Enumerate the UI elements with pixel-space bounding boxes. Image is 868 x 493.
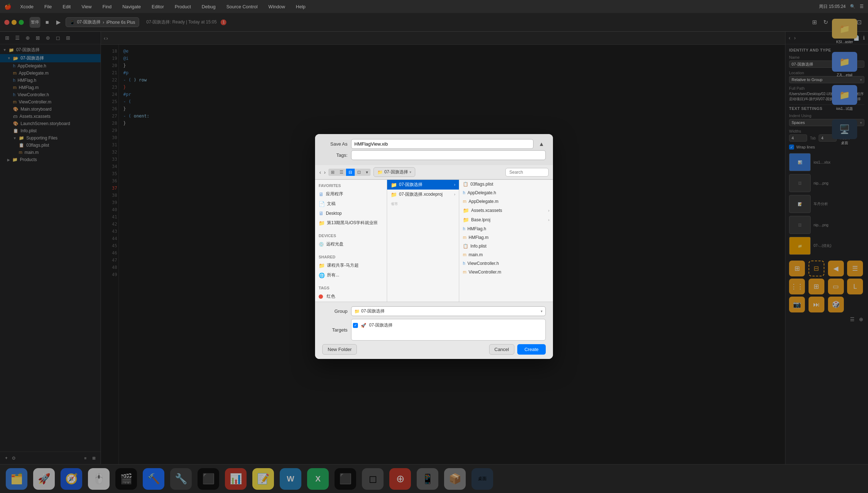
browser-back[interactable]: ‹ <box>319 169 321 175</box>
right-action-buttons: Cancel Create <box>489 344 546 355</box>
tags-header: Tags <box>315 284 387 292</box>
dialog-fields: Save As ▲ Tags: <box>322 139 546 161</box>
target-item-0: ✓ 🚀 07-国旗选择 <box>353 321 544 330</box>
target-name: 07-国旗选择 <box>369 322 393 328</box>
browser-level2: 📋 03flags.plist h AppDelegate.h m AppDel… <box>459 180 553 302</box>
dialog-footer: Group 📁 07-国旗选择 ▾ Targets ✓ 🚀 07-国旗选择 <box>315 302 553 359</box>
targets-row: Targets ✓ 🚀 07-国旗选择 <box>322 319 546 341</box>
l2-hmflag-m-icon: m <box>463 235 466 240</box>
group-label: Group <box>322 308 347 314</box>
l1-arrow-1: › <box>454 192 455 196</box>
l2-vc-h-icon: h <box>463 261 465 266</box>
filename-input[interactable] <box>351 139 533 149</box>
browser-search[interactable] <box>505 168 549 177</box>
tag-red[interactable]: 红色 <box>315 292 387 301</box>
create-button[interactable]: Create <box>517 344 546 355</box>
l2-h-icon: h <box>463 190 465 195</box>
view-column-btn[interactable]: ⊟ <box>346 169 355 176</box>
l1-arrow-0: › <box>454 183 455 187</box>
all-icon: 🌐 <box>319 272 325 278</box>
group-value: 07-国旗选择 <box>361 308 385 314</box>
l2-item-viewcontroller-m[interactable]: m ViewController.m <box>459 268 553 276</box>
l2-info-icon: 📋 <box>463 244 468 249</box>
view-more-btn[interactable]: ▾ <box>363 169 371 176</box>
level1-item-0[interactable]: 📁 07-国旗选择 › <box>387 180 459 190</box>
folder-icon-path: 📁 <box>377 170 383 175</box>
targets-list: ✓ 🚀 07-国旗选择 <box>351 319 546 341</box>
devices-header: Devices <box>315 232 387 239</box>
l2-item-03flags[interactable]: 📋 03flags.plist <box>459 180 553 188</box>
shared-section: Shared 📁 课程共享-马方超 🌐 所有... <box>315 251 387 282</box>
save-dialog-overlay: Save As ▲ Tags: ‹ › ⊞ ☰ ⊟ ⊡ ▾ <box>0 0 868 493</box>
group-arrow: ▾ <box>541 309 542 313</box>
l2-item-viewcontroller-h[interactable]: h ViewController.h <box>459 259 553 268</box>
shared-header: Shared <box>315 253 387 261</box>
l2-base-icon: 📁 <box>463 217 469 223</box>
browser-sidebar: Favorites 🖥 应用程序 📄 文稿 🖥 Desktop 📁 <box>315 180 387 302</box>
target-checkbox[interactable]: ✓ <box>353 323 358 328</box>
favorites-header: Favorites <box>315 182 387 189</box>
favorites-section: Favorites 🖥 应用程序 📄 文稿 🖥 Desktop 📁 <box>315 180 387 230</box>
tag-red-dot <box>319 294 323 299</box>
l2-vc-m-icon: m <box>463 270 466 275</box>
tags-section: Tags 红色 橙色 黄色 绿色 <box>315 282 387 302</box>
l2-plist-icon: 📋 <box>463 182 468 187</box>
tags-field: Tags: <box>322 150 546 160</box>
group-select[interactable]: 📁 07-国旗选择 ▾ <box>351 306 546 316</box>
level1-item-1[interactable]: 📁 07-国旗选择.xcodeproj › <box>387 190 459 199</box>
devices-section: Devices 💿 远程光盘 <box>315 230 387 251</box>
shared-item-course[interactable]: 📁 课程共享-马方超 <box>315 261 387 270</box>
l1-folder-icon-1: 📁 <box>391 192 397 197</box>
browser-forward[interactable]: › <box>324 169 326 175</box>
cancel-button[interactable]: Cancel <box>489 344 514 355</box>
folder-path-selector[interactable]: 📁 07-国旗选择 ▾ <box>373 167 415 177</box>
shared-folder-icon: 📁 <box>319 263 325 268</box>
l2-item-info[interactable]: 📋 Info.plist <box>459 242 553 250</box>
l2-assets-arrow: › <box>548 209 549 213</box>
browser-toolbar: ‹ › ⊞ ☰ ⊟ ⊡ ▾ 📁 07-国旗选择 ▾ <box>315 165 553 179</box>
fav-item-school[interactable]: 📁 第13期黑马iOS学科就业班 <box>315 218 387 228</box>
save-as-field: Save As ▲ <box>322 139 546 149</box>
dialog-header: Save As ▲ Tags: <box>315 134 553 165</box>
save-dialog: Save As ▲ Tags: ‹ › ⊞ ☰ ⊟ ⊡ ▾ <box>315 134 553 359</box>
device-item-remote[interactable]: 💿 远程光盘 <box>315 239 387 249</box>
targets-label: Targets <box>322 327 347 333</box>
group-folder-icon: 📁 <box>354 309 360 314</box>
l2-item-appdelegate-m[interactable]: m AppDelegate.m <box>459 197 553 206</box>
new-folder-button[interactable]: New Folder <box>322 344 357 355</box>
apps-icon: 🖥 <box>319 191 324 197</box>
l2-main-icon: m <box>463 252 466 257</box>
l2-base-arrow: › <box>548 218 549 222</box>
l2-item-hmflag-h[interactable]: h HMFlag.h <box>459 225 553 233</box>
expand-button[interactable]: ▲ <box>537 139 546 149</box>
view-icon-btn[interactable]: ⊞ <box>328 169 337 176</box>
dialog-actions: New Folder Cancel Create <box>322 344 546 355</box>
desktop-icon-fav: 🖥 <box>319 210 324 216</box>
l2-assets-icon: 📁 <box>463 208 469 213</box>
remote-disc-icon: 💿 <box>319 242 324 247</box>
tags-input[interactable] <box>351 150 546 160</box>
l1-folder-icon-0: 📁 <box>391 182 397 188</box>
browser-level1: 📁 07-国旗选择 › 📁 07-国旗选择.xcodeproj › 省市 <box>387 180 459 302</box>
view-list-btn[interactable]: ☰ <box>337 169 346 176</box>
l2-item-assets[interactable]: 📁 Assets.xcassets › <box>459 206 553 215</box>
fav-item-docs[interactable]: 📄 文稿 <box>315 199 387 209</box>
l1-empty: 省市 <box>387 199 459 209</box>
target-app-icon: 🚀 <box>361 323 366 328</box>
save-as-label: Save As <box>322 141 347 147</box>
l1-extra <box>387 209 459 213</box>
folder-path-label: 07-国旗选择 <box>384 169 408 175</box>
l2-item-hmflag-m[interactable]: m HMFlag.m <box>459 233 553 242</box>
tag-orange[interactable]: 橙色 <box>315 301 387 302</box>
shared-item-all[interactable]: 🌐 所有... <box>315 270 387 280</box>
tags-label: Tags: <box>322 152 347 158</box>
fav-item-apps[interactable]: 🖥 应用程序 <box>315 189 387 199</box>
l2-item-base[interactable]: 📁 Base.lproj › <box>459 215 553 225</box>
l2-item-appdelegate-h[interactable]: h AppDelegate.h <box>459 188 553 197</box>
l2-item-main[interactable]: m main.m <box>459 250 553 259</box>
view-buttons: ⊞ ☰ ⊟ ⊡ ▾ <box>328 169 371 176</box>
fav-item-desktop[interactable]: 🖥 Desktop <box>315 209 387 218</box>
view-gallery-btn[interactable]: ⊡ <box>355 169 363 176</box>
docs-icon: 📄 <box>319 201 325 207</box>
school-icon: 📁 <box>319 220 325 226</box>
